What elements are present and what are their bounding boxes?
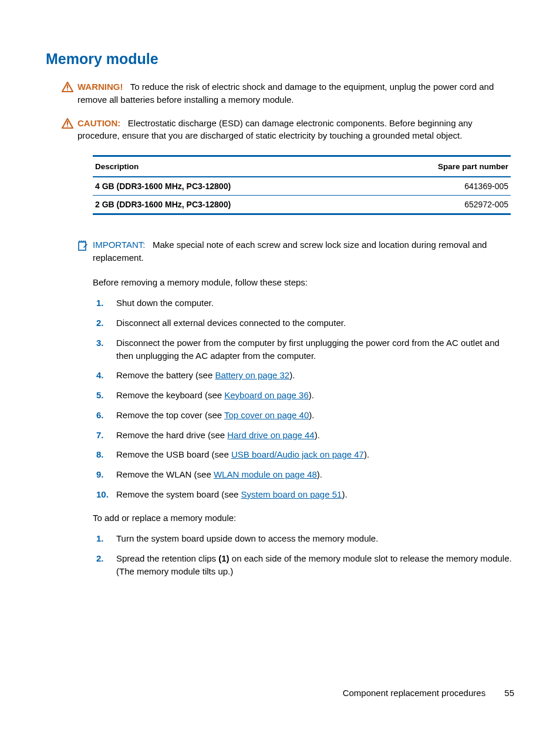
parts-table: Description Spare part number 4 GB (DDR3… [93, 155, 511, 215]
warning-text: To reduce the risk of electric shock and… [77, 82, 494, 105]
svg-point-3 [67, 125, 68, 126]
note-icon [77, 240, 89, 255]
intro-removal: Before removing a memory module, follow … [93, 276, 514, 289]
step-item: Spread the retention clips (1) on each s… [114, 552, 514, 578]
link-hard-drive[interactable]: Hard drive on page 44 [227, 430, 314, 440]
link-wlan[interactable]: WLAN module on page 48 [214, 469, 317, 479]
step-item: Turn the system board upside down to acc… [114, 532, 514, 545]
warning-notice: WARNING! To reduce the risk of electric … [77, 80, 514, 106]
step-item: Shut down the computer. [114, 297, 514, 310]
col-description: Description [93, 156, 365, 177]
callout-1: (1) [218, 553, 229, 563]
intro-add-replace: To add or replace a memory module: [93, 512, 514, 525]
warning-icon [62, 82, 73, 96]
steps-removal: Shut down the computer. Disconnect all e… [93, 297, 514, 500]
link-system-board[interactable]: System board on page 51 [241, 489, 342, 499]
caution-notice: CAUTION: Electrostatic discharge (ESD) c… [77, 117, 514, 143]
link-usb-board[interactable]: USB board/Audio jack on page 47 [231, 449, 364, 459]
svg-point-1 [67, 89, 68, 90]
footer-section: Component replacement procedures [343, 688, 485, 698]
step-item: Remove the hard drive (see Hard drive on… [114, 429, 514, 442]
important-notice: IMPORTANT: Make special note of each scr… [93, 238, 514, 264]
page-footer: Component replacement procedures 55 [343, 688, 514, 698]
important-label: IMPORTANT: [93, 240, 145, 250]
step-item: Disconnect all external devices connecte… [114, 317, 514, 330]
part-desc: 4 GB (DDR3-1600 MHz, PC3-12800) [93, 177, 365, 196]
step-item: Remove the battery (see Battery on page … [114, 369, 514, 382]
link-battery[interactable]: Battery on page 32 [215, 370, 289, 380]
caution-label: CAUTION: [77, 118, 120, 128]
warning-label: WARNING! [77, 82, 123, 92]
part-number: 641369-005 [365, 177, 511, 196]
link-top-cover[interactable]: Top cover on page 40 [224, 410, 309, 420]
step-item: Remove the WLAN (see WLAN module on page… [114, 468, 514, 481]
caution-text: Electrostatic discharge (ESD) can damage… [77, 118, 473, 141]
footer-page-number: 55 [504, 688, 514, 698]
step-item: Remove the top cover (see Top cover on p… [114, 409, 514, 422]
important-text: Make special note of each screw and scre… [93, 240, 487, 263]
step-item: Remove the USB board (see USB board/Audi… [114, 448, 514, 461]
steps-add-replace: Turn the system board upside down to acc… [93, 532, 514, 577]
link-keyboard[interactable]: Keyboard on page 36 [224, 390, 308, 400]
table-row: 2 GB (DDR3-1600 MHz, PC3-12800) 652972-0… [93, 196, 511, 214]
section-heading: Memory module [46, 51, 514, 68]
part-number: 652972-005 [365, 196, 511, 214]
step-item: Remove the keyboard (see Keyboard on pag… [114, 389, 514, 402]
caution-icon [62, 118, 73, 132]
col-spare-part: Spare part number [365, 156, 511, 177]
step-item: Disconnect the power from the computer b… [114, 337, 514, 362]
step-item: Remove the system board (see System boar… [114, 488, 514, 501]
table-row: 4 GB (DDR3-1600 MHz, PC3-12800) 641369-0… [93, 177, 511, 196]
part-desc: 2 GB (DDR3-1600 MHz, PC3-12800) [93, 196, 365, 214]
